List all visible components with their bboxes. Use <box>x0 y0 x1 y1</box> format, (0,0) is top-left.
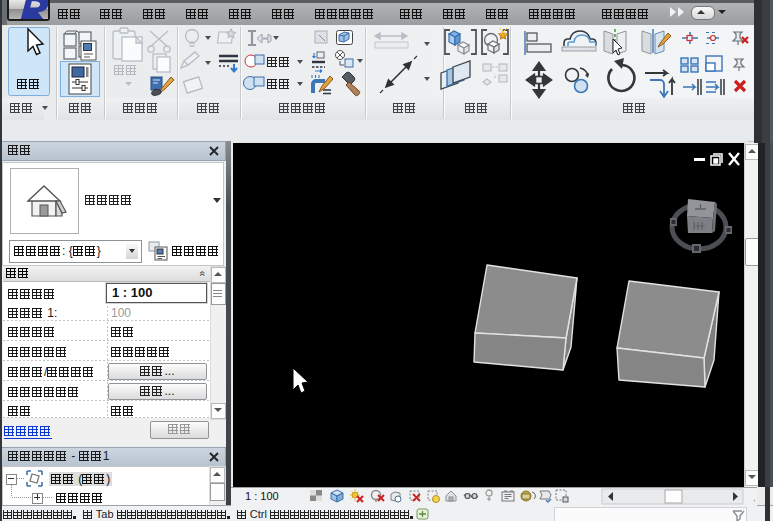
svg-text:1 : 100: 1 : 100 <box>245 490 279 502</box>
